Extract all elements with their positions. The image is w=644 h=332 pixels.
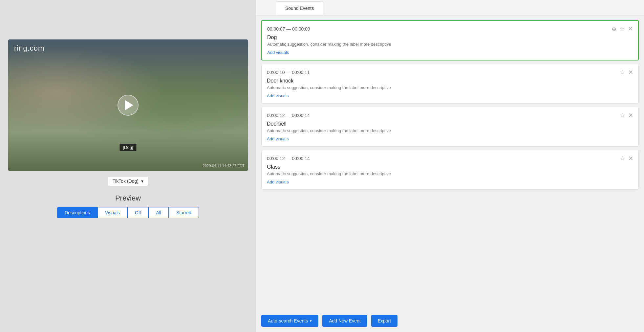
add-visuals-link-3[interactable]: Add visuals bbox=[267, 136, 289, 141]
event-card: 00:00:10 — 00:00:11 ☆ ✕ Door knock Autom… bbox=[261, 64, 639, 104]
preview-section: Preview Descriptions Visuals Off All Sta… bbox=[7, 194, 249, 218]
event-actions-3: ☆ ✕ bbox=[620, 112, 633, 119]
auto-search-button[interactable]: Auto-search Events ▾ bbox=[261, 315, 318, 327]
close-icon-3[interactable]: ✕ bbox=[628, 112, 633, 119]
auto-search-label: Auto-search Events bbox=[268, 318, 308, 323]
event-time-1: 00:00:07 — 00:00:09 bbox=[267, 26, 310, 32]
sound-events-tab[interactable]: Sound Events bbox=[276, 1, 323, 15]
add-visuals-link-2[interactable]: Add visuals bbox=[267, 93, 289, 98]
play-icon bbox=[125, 100, 133, 110]
event-header-1: 00:00:07 — 00:00:09 ⊕ ☆ ✕ bbox=[267, 25, 633, 33]
video-dog-label: [Dog] bbox=[119, 144, 136, 151]
event-suggestion-1: Automatic suggestion, consider making th… bbox=[267, 42, 633, 47]
event-card: 00:00:12 — 00:00:14 ☆ ✕ Doorbell Automat… bbox=[261, 107, 639, 147]
event-suggestion-3: Automatic suggestion, consider making th… bbox=[267, 128, 633, 133]
event-header-2: 00:00:10 — 00:00:11 ☆ ✕ bbox=[267, 69, 633, 76]
video-player[interactable]: ring.com [Dog] 2020-04-11 14:43:27 EDT bbox=[8, 39, 248, 171]
close-icon-2[interactable]: ✕ bbox=[628, 69, 633, 76]
preview-tabs: Descriptions Visuals Off All Starred bbox=[7, 207, 249, 218]
event-label-3: Doorbell bbox=[267, 121, 633, 127]
bottom-actions: Auto-search Events ▾ Add New Event Expor… bbox=[256, 310, 644, 332]
event-suggestion-2: Automatic suggestion, consider making th… bbox=[267, 85, 633, 90]
source-dropdown-label: TikTok (Dog) bbox=[113, 178, 139, 184]
event-label-1: Dog bbox=[267, 35, 633, 40]
tabs-header: Sound Events bbox=[256, 0, 644, 15]
event-time-4: 00:00:12 — 00:00:14 bbox=[267, 156, 310, 161]
play-button[interactable] bbox=[118, 95, 139, 116]
event-card: 00:00:07 — 00:00:09 ⊕ ☆ ✕ Dog Automatic … bbox=[261, 20, 639, 60]
tab-all[interactable]: All bbox=[148, 207, 169, 218]
event-card: 00:00:12 — 00:00:14 ☆ ✕ Glass Automatic … bbox=[261, 150, 639, 190]
preview-title: Preview bbox=[7, 194, 249, 202]
star-icon-2[interactable]: ☆ bbox=[620, 69, 625, 76]
source-dropdown[interactable]: TikTok (Dog) ▾ bbox=[108, 176, 148, 186]
event-label-2: Door knock bbox=[267, 78, 633, 84]
add-visuals-link-4[interactable]: Add visuals bbox=[267, 179, 289, 184]
event-header-3: 00:00:12 — 00:00:14 ☆ ✕ bbox=[267, 112, 633, 119]
star-icon-3[interactable]: ☆ bbox=[620, 112, 625, 119]
event-actions-4: ☆ ✕ bbox=[620, 155, 633, 162]
tab-starred[interactable]: Starred bbox=[169, 207, 199, 218]
chevron-down-icon: ▾ bbox=[141, 178, 143, 184]
add-visuals-link-1[interactable]: Add visuals bbox=[267, 50, 289, 55]
close-icon-1[interactable]: ✕ bbox=[628, 25, 633, 33]
export-button[interactable]: Export bbox=[371, 315, 397, 327]
left-panel: ring.com [Dog] 2020-04-11 14:43:27 EDT T… bbox=[0, 0, 256, 332]
event-time-2: 00:00:10 — 00:00:11 bbox=[267, 70, 310, 75]
source-selector[interactable]: TikTok (Dog) ▾ bbox=[108, 176, 148, 186]
add-new-event-button[interactable]: Add New Event bbox=[322, 315, 367, 327]
close-icon-4[interactable]: ✕ bbox=[628, 155, 633, 162]
star-icon-4[interactable]: ☆ bbox=[620, 155, 625, 162]
tab-off[interactable]: Off bbox=[127, 207, 148, 218]
event-actions-2: ☆ ✕ bbox=[620, 69, 633, 76]
right-panel: Sound Events 00:00:07 — 00:00:09 ⊕ ☆ ✕ D… bbox=[256, 0, 644, 332]
event-actions-1: ⊕ ☆ ✕ bbox=[612, 25, 633, 33]
event-header-4: 00:00:12 — 00:00:14 ☆ ✕ bbox=[267, 155, 633, 162]
tab-visuals[interactable]: Visuals bbox=[97, 207, 127, 218]
auto-search-arrow-icon: ▾ bbox=[310, 319, 312, 323]
ring-logo: ring.com bbox=[14, 44, 44, 53]
tab-descriptions[interactable]: Descriptions bbox=[57, 207, 97, 218]
video-timestamp: 2020-04-11 14:43:27 EDT bbox=[203, 164, 245, 168]
event-time-3: 00:00:12 — 00:00:14 bbox=[267, 113, 310, 118]
events-list: 00:00:07 — 00:00:09 ⊕ ☆ ✕ Dog Automatic … bbox=[256, 15, 644, 310]
event-label-4: Glass bbox=[267, 164, 633, 170]
cursor-icon-1: ⊕ bbox=[612, 26, 616, 32]
star-icon-1[interactable]: ☆ bbox=[619, 25, 625, 33]
event-suggestion-4: Automatic suggestion, consider making th… bbox=[267, 171, 633, 176]
